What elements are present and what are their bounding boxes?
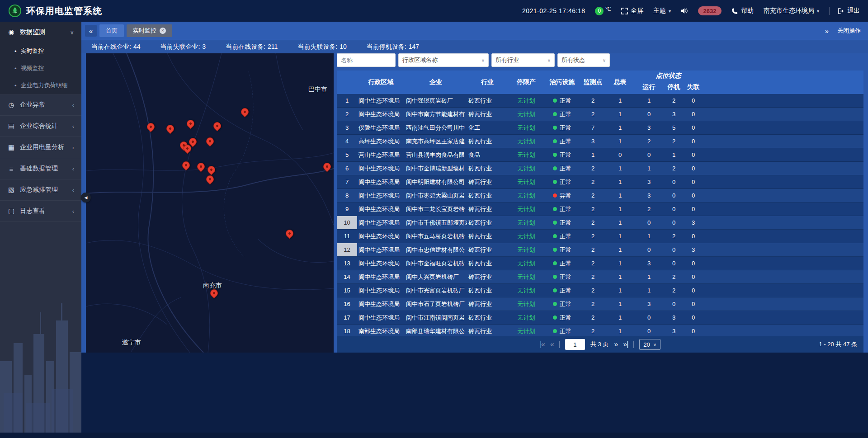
next-page-button[interactable]: »	[614, 341, 618, 348]
broadcast-button[interactable]	[681, 8, 688, 14]
table-row[interactable]: 2 阆中生态环境局 阆中市南方节能建材有 砖瓦行业 无计划 正常 2 1 0 3…	[337, 108, 863, 121]
map-panel[interactable]: 巴中市南充市遂宁市 ◀	[86, 53, 334, 353]
filler-cell	[703, 311, 863, 324]
fullscreen-button[interactable]: 全屏	[621, 7, 643, 15]
sidebar-item-company-abnormal[interactable]: ◷ 企业异常 ‹	[0, 94, 81, 115]
region-select[interactable]: 行政区域名称 ∨	[398, 53, 489, 67]
total-meter-cell: 1	[606, 257, 634, 270]
last-page-button[interactable]: »|	[623, 341, 628, 348]
total-pages-label: 共 3 页	[590, 340, 609, 349]
facility-status-text: 异常	[560, 192, 571, 200]
sidebar-item-power-analysis[interactable]: ▦ 企业用电量分析 ‹	[0, 137, 81, 158]
table-row[interactable]: 13 阆中生态环境局 阆中市金福旺页岩机砖 砖瓦行业 无计划 正常 2 1 3 …	[337, 257, 863, 270]
sidebar: ◉ 数据监测 ∨ • 实时监控 • 视频监控 • 企业电力负荷明细	[0, 22, 81, 438]
facility-status-dot	[553, 99, 557, 103]
filler-cell	[703, 135, 863, 148]
monitor-points-cell: 2	[580, 216, 606, 229]
close-tab-icon[interactable]: ×	[160, 28, 166, 34]
row-number-cell: 5	[337, 148, 357, 161]
total-meter-cell: 1	[606, 162, 634, 175]
row-number-cell: 14	[337, 270, 357, 283]
page-number-input[interactable]	[565, 339, 585, 350]
tab-realtime-monitor[interactable]: 实时监控 ×	[127, 24, 172, 37]
scroll-tabs-right-button[interactable]: »	[821, 25, 833, 37]
status-select[interactable]: 所有状态 ∨	[557, 53, 610, 67]
col-meter: 总表	[606, 71, 634, 94]
limit-production-cell: 无计划	[508, 135, 545, 148]
stats-bar: 当前在线企业:44 当前失联企业:3 当前在线设备:211 当前失联设备:10 …	[81, 40, 868, 53]
table-row[interactable]: 10 阆中生态环境局 阆中市千佛镇五郎垭页岩 砖瓦行业 无计划 正常 2 1 0…	[337, 216, 863, 230]
page-size-select[interactable]: 20 ∨	[639, 339, 660, 350]
table-row[interactable]: 1 阆中生态环境局 阆中强锐页岩砖厂 砖瓦行业 无计划 正常 2 1 1 2 0	[337, 94, 863, 108]
sidebar-item-company-stats[interactable]: ▤ 企业综合统计 ‹	[0, 116, 81, 137]
collapse-map-button[interactable]: ◀	[81, 193, 91, 203]
gauge-icon: ◉	[7, 28, 15, 36]
table-row[interactable]: 15 阆中生态环境局 阆中市光富页岩机砖厂 砖瓦行业 无计划 正常 2 1 1 …	[337, 284, 863, 297]
table-row[interactable]: 4 高坪生态环境局 南充市高坪区王家店建 砖瓦行业 无计划 正常 3 1 2 2…	[337, 135, 863, 148]
row-number-cell: 12	[337, 243, 357, 256]
facility-status-text: 正常	[560, 205, 571, 213]
sidebar-item-video-monitor[interactable]: • 视频监控	[0, 60, 81, 77]
limit-production-cell: 无计划	[508, 203, 545, 216]
sidebar-item-emergency[interactable]: ▧ 应急减排管理 ‹	[0, 179, 81, 200]
report-icon: ▤	[7, 122, 15, 130]
help-button[interactable]: 帮助	[731, 7, 754, 15]
industry-cell: 砖瓦行业	[467, 311, 508, 324]
table-row[interactable]: 5 营山生态环境局 营山县润丰肉食品有限 食品 无计划 正常 1 0 0 1 0	[337, 148, 863, 162]
logout-button[interactable]: 退出	[829, 7, 860, 15]
industry-select[interactable]: 所有行业 ∨	[491, 53, 555, 67]
speaker-icon	[681, 8, 688, 14]
company-cell: 阆中市金福旺页岩机砖	[405, 257, 467, 270]
sidebar-group-data-monitor: ◉ 数据监测 ∨ • 实时监控 • 视频监控 • 企业电力负荷明细	[0, 22, 81, 94]
facility-status-text: 正常	[560, 137, 571, 146]
filler-cell	[703, 189, 863, 202]
prev-page-button[interactable]: «	[550, 341, 554, 348]
sidebar-item-base-data[interactable]: ≡ 基础数据管理 ‹	[0, 158, 81, 179]
datetime: 2021-02-25 17:46:18	[522, 7, 585, 14]
table-row[interactable]: 6 阆中生态环境局 阆中市金博瑞新型墙材 砖瓦行业 无计划 正常 2 1 1 2…	[337, 162, 863, 175]
company-cell: 阆中市石子页岩机砖厂	[405, 297, 467, 311]
lost-cell: 0	[684, 148, 703, 161]
limit-production-cell: 无计划	[508, 325, 545, 336]
sidebar-item-logs[interactable]: ▢ 日志查看 ‹	[0, 201, 81, 221]
industry-cell: 砖瓦行业	[467, 175, 508, 188]
limit-production-cell: 无计划	[508, 270, 545, 283]
facility-cell: 正常	[545, 311, 580, 324]
sidebar-item-realtime-monitor[interactable]: • 实时监控	[0, 42, 81, 60]
monitor-points-cell: 2	[580, 284, 606, 297]
table-row[interactable]: 16 阆中生态环境局 阆中市石子页岩机砖厂 砖瓦行业 无计划 正常 2 1 3 …	[337, 297, 863, 311]
sidebar-item-data-monitor[interactable]: ◉ 数据监测 ∨	[0, 22, 81, 42]
name-search-input[interactable]	[337, 53, 396, 67]
table-row[interactable]: 3 仪陇生态环境局 西南油气田分公司川中 化工 无计划 正常 7 1 3 5 0	[337, 121, 863, 135]
scroll-tabs-left-button[interactable]: «	[85, 25, 97, 37]
close-operations-button[interactable]: 关闭操作	[837, 27, 861, 35]
tab-home[interactable]: 首页	[99, 24, 124, 37]
filler-cell	[703, 148, 863, 161]
lost-cell: 0	[684, 203, 703, 216]
table-row[interactable]: 17 阆中生态环境局 阆中市江南镇阆南页岩 砖瓦行业 无计划 正常 2 1 0 …	[337, 311, 863, 325]
company-cell: 阆中市二龙长宝页岩砖	[405, 203, 467, 216]
table-row[interactable]: 14 阆中生态环境局 阆中大兴页岩机砖厂 砖瓦行业 无计划 正常 2 1 1 2…	[337, 270, 863, 284]
first-page-button[interactable]: |«	[540, 341, 545, 348]
bullet-icon: •	[14, 82, 17, 89]
col-lost: 失联	[684, 80, 703, 94]
organization-dropdown[interactable]: 南充市生态环境局 ▾	[764, 7, 819, 15]
facility-cell: 正常	[545, 148, 580, 161]
facility-cell: 正常	[545, 135, 580, 148]
notification-badge[interactable]: 2632	[698, 6, 722, 15]
total-meter-cell: 1	[606, 230, 634, 243]
theme-dropdown[interactable]: 主题 ▾	[653, 7, 671, 15]
industry-cell: 砖瓦行业	[467, 189, 508, 202]
col-stop: 停机	[664, 80, 684, 94]
table-row[interactable]: 7 阆中生态环境局 阆中明阳建材有限公司 砖瓦行业 无计划 正常 2 1 3 0…	[337, 175, 863, 189]
running-cell: 0	[634, 108, 664, 121]
table-row[interactable]: 9 阆中生态环境局 阆中市二龙长宝页岩砖 砖瓦行业 无计划 正常 2 1 2 0…	[337, 203, 863, 216]
table-row[interactable]: 12 阆中生态环境局 阆中市忠信建材有限公 砖瓦行业 无计划 正常 2 1 0 …	[337, 243, 863, 257]
sidebar-item-power-load-detail[interactable]: • 企业电力负荷明细	[0, 77, 81, 94]
table-row[interactable]: 18 南部生态环境局 南部县瑞华建材有限公 砖瓦行业 无计划 正常 2 1 0 …	[337, 325, 863, 336]
table-row[interactable]: 8 阆中生态环境局 阆中市枣碧大梁山页岩 砖瓦行业 无计划 异常 2 1 3 0…	[337, 189, 863, 203]
industry-cell: 化工	[467, 121, 508, 134]
facility-cell: 正常	[545, 216, 580, 229]
table-row[interactable]: 11 阆中生态环境局 阆中市五马桥页岩机砖 砖瓦行业 无计划 正常 2 1 1 …	[337, 230, 863, 243]
running-cell: 3	[634, 189, 664, 202]
